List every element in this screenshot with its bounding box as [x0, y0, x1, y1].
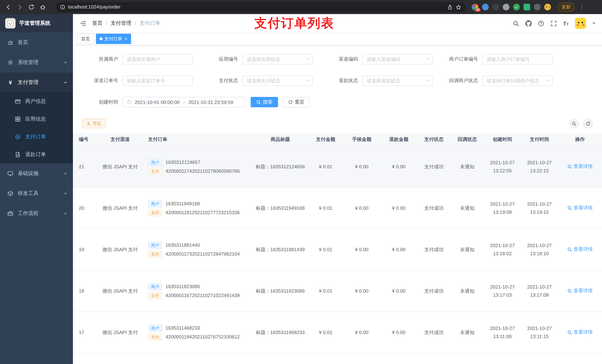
- font-size-icon[interactable]: TT: [563, 21, 569, 26]
- app-select[interactable]: [243, 54, 313, 64]
- merchant-tag: 商户: [148, 241, 162, 249]
- extension-icon[interactable]: [524, 4, 530, 10]
- sidebar-item-pay-order[interactable]: 支付订单: [0, 128, 73, 146]
- pay-order-no: 4200001174202110278060590766: [165, 168, 240, 174]
- download-icon: [86, 121, 91, 126]
- github-icon[interactable]: [525, 20, 531, 26]
- chrome-update-button[interactable]: 更新: [558, 2, 575, 12]
- user-avatar[interactable]: [575, 18, 586, 29]
- tab-pay-order[interactable]: 支付订单 ×: [96, 34, 131, 44]
- pay-order-no: 4200001173202110272847982104: [165, 251, 240, 257]
- sidebar-item-payment[interactable]: ¥ 支付管理: [0, 73, 73, 93]
- target-icon: [15, 134, 21, 140]
- sidebar-item-label: 应用信息: [25, 116, 46, 123]
- date-start[interactable]: 2021-10-01 00:00:00: [135, 99, 179, 105]
- channel-code-select[interactable]: [363, 54, 433, 64]
- merchant-select[interactable]: [123, 54, 193, 64]
- extension-icon[interactable]: [534, 4, 540, 10]
- site-info-icon[interactable]: [60, 4, 65, 10]
- date-range-picker[interactable]: 2021-10-01 00:00:00 - 2021-10-31 23:59:5…: [123, 97, 245, 107]
- extension-icon[interactable]: ✓: [513, 4, 520, 10]
- sidebar-toggle-icon[interactable]: [80, 20, 86, 27]
- channel-order-no-input[interactable]: [123, 75, 193, 86]
- merchant-tag: 商户: [148, 158, 162, 166]
- profile-avatar-icon[interactable]: [544, 4, 551, 10]
- paid-time: 2021-10-2713:22:15: [521, 146, 558, 187]
- view-detail-link[interactable]: 查看详情: [567, 246, 593, 253]
- reset-button[interactable]: 重置: [282, 97, 310, 107]
- table-row[interactable]: 19 微信 JSAPI 支付 商户1635311881440 支付4200001…: [73, 229, 602, 270]
- sidebar-item-system[interactable]: 系统管理: [0, 52, 73, 73]
- merchant-tag: 商户: [148, 283, 162, 290]
- column-header: 退款金额: [380, 133, 417, 146]
- breadcrumb-home[interactable]: 首页: [92, 20, 103, 27]
- field-label: 创建时间: [82, 99, 123, 105]
- extension-icon[interactable]: [482, 4, 489, 10]
- bookmark-star-icon[interactable]: [456, 4, 461, 10]
- view-detail-link[interactable]: 查看详情: [567, 205, 593, 211]
- breadcrumb: 首页 / 支付管理 / 支付订单: [92, 20, 160, 27]
- sidebar-item-refund-order[interactable]: 退款订单: [0, 146, 73, 164]
- screen: localhost:1024/pay/order 10 ✓ 更新 ⋮: [0, 0, 602, 364]
- view-detail-link[interactable]: 查看详情: [567, 163, 593, 170]
- search-button[interactable]: 搜索: [251, 97, 278, 107]
- sidebar-item-devtools[interactable]: 研发工具: [0, 184, 73, 203]
- close-icon[interactable]: ×: [124, 37, 127, 41]
- view-detail-link[interactable]: 查看详情: [567, 288, 593, 294]
- table-row[interactable]: 21 微信 JSAPI 支付 商户1635312124657 支付4200001…: [73, 146, 602, 187]
- refresh-table-button[interactable]: [583, 118, 593, 129]
- share-icon[interactable]: [447, 4, 453, 10]
- refund-amount: ¥ 0.00: [380, 146, 417, 187]
- refund-status-select[interactable]: [363, 75, 433, 86]
- merchant-order-no-input[interactable]: [483, 54, 553, 64]
- sidebar-item-label: 基础设施: [18, 170, 59, 177]
- sidebar-item-workflow[interactable]: 工作流程: [0, 203, 73, 223]
- pay-tag: 支付: [148, 250, 162, 258]
- reload-icon[interactable]: [28, 4, 34, 10]
- fullscreen-icon[interactable]: [550, 20, 557, 26]
- merchant-tag: 商户: [148, 200, 162, 207]
- export-button-label: 导出: [93, 120, 101, 127]
- fee-amount: ¥ 0.00: [343, 229, 380, 270]
- extension-icon[interactable]: [492, 4, 499, 10]
- fee-amount: ¥ 0.00: [343, 270, 380, 312]
- search-icon: [567, 206, 572, 210]
- table-row[interactable]: 18 微信 JSAPI 支付 商户1635311823086 支付4200001…: [73, 270, 602, 312]
- table-row[interactable]: 商户1635311517786 支付: [73, 353, 602, 364]
- sidebar-item-merchant-info[interactable]: 商户信息: [0, 93, 73, 110]
- table-row[interactable]: 17 微信 JSAPI 支付 商户1635311468233 支付4200001…: [73, 312, 602, 353]
- browser-menu-icon[interactable]: ⋮: [579, 4, 584, 10]
- refund-amount: ¥ 0.00: [380, 187, 417, 229]
- home-icon[interactable]: [40, 4, 46, 10]
- extension-icon[interactable]: 10: [472, 4, 478, 10]
- view-detail-link[interactable]: 查看详情: [567, 329, 593, 336]
- forward-icon[interactable]: [17, 4, 23, 10]
- column-header: 支付订单: [145, 133, 252, 146]
- field-label: 渠道编码: [322, 56, 363, 62]
- show-search-button[interactable]: [569, 118, 579, 129]
- back-icon[interactable]: [5, 4, 11, 10]
- pay-amount: ¥ 0.01: [308, 312, 343, 353]
- export-button[interactable]: 导出: [82, 119, 106, 128]
- column-header: 支付时间: [521, 133, 558, 146]
- table-row[interactable]: 20 微信 JSAPI 支付 商户1635311949168 支付4200001…: [73, 187, 602, 229]
- address-bar[interactable]: localhost:1024/pay/order: [55, 2, 466, 12]
- tab-home[interactable]: 首页: [77, 34, 94, 44]
- search-icon[interactable]: [513, 20, 519, 26]
- notify-status-select[interactable]: [483, 75, 553, 86]
- sidebar-item-app-info[interactable]: 应用信息: [0, 110, 73, 128]
- refund-amount: ¥ 0.00: [380, 270, 417, 312]
- notify-status: 未通知: [451, 270, 484, 312]
- merchant-order-no: 1635311949168: [165, 201, 200, 207]
- breadcrumb-separator: /: [106, 20, 107, 26]
- pay-tag: 支付: [148, 333, 162, 341]
- breadcrumb-payment[interactable]: 支付管理: [111, 20, 131, 27]
- sidebar-item-home[interactable]: 首页: [0, 32, 73, 52]
- date-end[interactable]: 2021-10-31 23:59:59: [188, 99, 233, 105]
- sidebar-item-infra[interactable]: 基础设施: [0, 164, 73, 184]
- pay-status-select[interactable]: [243, 75, 313, 86]
- extension-icon[interactable]: [503, 4, 509, 10]
- help-icon[interactable]: [538, 20, 544, 26]
- url-text[interactable]: localhost:1024/pay/order: [68, 4, 444, 10]
- avatar-caret-icon[interactable]: [592, 22, 595, 24]
